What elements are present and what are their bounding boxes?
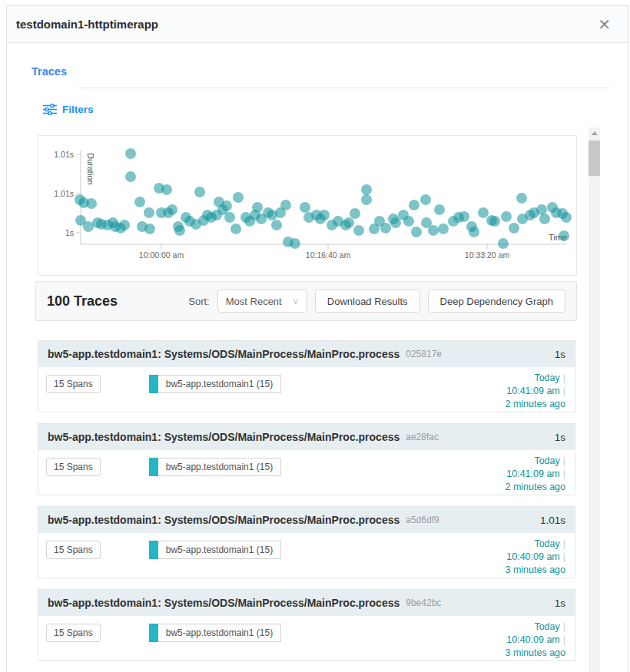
- x-tick: 10:00:00 am: [139, 250, 184, 260]
- scatter-plot[interactable]: 1.01s 1.01s 1s 10:00:00 am 10:16:40 am 1…: [38, 135, 577, 276]
- trace-card[interactable]: bw5-app.testdomain1: Systems/ODS/MainPro…: [38, 423, 575, 495]
- trace-card-body: 15 Spans bw5-app.testdomain1 (15) Today|…: [38, 450, 575, 476]
- trace-duration: 1.01s: [540, 515, 565, 526]
- trace-card-header: bw5-app.testdomain1: Systems/ODS/MainPro…: [38, 590, 575, 616]
- service-color-swatch: [149, 458, 158, 476]
- service-tag-label: bw5-app.testdomain1 (15): [158, 375, 281, 393]
- trace-timestamp: Today| 10:41:09 am| 2 minutes ago: [505, 455, 565, 494]
- y-tick: 1.01s: [54, 150, 74, 159]
- trace-timestamp: Today| 10:40:09 am| 3 minutes ago: [505, 538, 565, 577]
- span-count-badge: 15 Spans: [46, 541, 101, 559]
- trace-card[interactable]: bw5-app.testdomain1: Systems/ODS/MainPro…: [38, 506, 575, 578]
- trace-duration: 1s: [555, 432, 565, 443]
- x-tick: 10:33:20 am: [465, 250, 510, 260]
- page-title: testdomain1-httptimerapp: [16, 18, 158, 31]
- y-axis-label: Duration: [86, 153, 95, 185]
- sort-label: Sort:: [188, 296, 209, 307]
- trace-card-header: bw5-app.testdomain1: Systems/ODS/MainPro…: [38, 507, 575, 533]
- trace-id: a5d6df9: [406, 515, 439, 525]
- tab-bar: Traces: [32, 65, 610, 88]
- trace-result-list: bw5-app.testdomain1: Systems/ODS/MainPro…: [38, 340, 575, 661]
- sort-selected-value: Most Recent: [226, 296, 282, 307]
- filter-sliders-icon: [43, 104, 57, 115]
- service-tag: bw5-app.testdomain1 (15): [149, 375, 281, 393]
- trace-timestamp: Today| 10:40:09 am| 3 minutes ago: [505, 621, 565, 660]
- service-color-swatch: [149, 541, 158, 559]
- download-results-button[interactable]: Download Results: [315, 290, 420, 313]
- service-tag-label: bw5-app.testdomain1 (15): [158, 541, 281, 559]
- trace-card-body: 15 Spans bw5-app.testdomain1 (15) Today|…: [38, 616, 575, 642]
- results-header-bar: 100 Traces Sort: Most Recent ∨ Download …: [35, 281, 577, 321]
- trace-duration: 1s: [555, 598, 565, 609]
- y-tick: 1.01s: [54, 189, 74, 198]
- scatter-points[interactable]: [75, 148, 572, 249]
- close-icon[interactable]: ✕: [593, 15, 615, 34]
- scrollbar-track[interactable]: [589, 127, 600, 672]
- modal-header: testdomain1-httptimerapp ✕: [7, 6, 628, 43]
- trace-search-modal: testdomain1-httptimerapp ✕ Traces Filter…: [6, 5, 628, 672]
- trace-card-header: bw5-app.testdomain1: Systems/ODS/MainPro…: [38, 424, 575, 450]
- trace-title: bw5-app.testdomain1: Systems/ODS/MainPro…: [48, 431, 400, 443]
- scrollbar-thumb[interactable]: [589, 141, 600, 176]
- service-tag: bw5-app.testdomain1 (15): [149, 541, 281, 559]
- trace-title: bw5-app.testdomain1: Systems/ODS/MainPro…: [48, 514, 400, 526]
- trace-title: bw5-app.testdomain1: Systems/ODS/MainPro…: [48, 348, 400, 360]
- sort-select[interactable]: Most Recent ∨: [217, 290, 307, 313]
- arrow-up-icon: [592, 131, 598, 135]
- trace-card[interactable]: bw5-app.testdomain1: Systems/ODS/MainPro…: [38, 340, 575, 412]
- trace-duration: 1s: [555, 349, 565, 360]
- trace-card-body: 15 Spans bw5-app.testdomain1 (15) Today|…: [38, 367, 575, 393]
- span-count-badge: 15 Spans: [46, 624, 101, 642]
- service-tag-label: bw5-app.testdomain1 (15): [158, 624, 281, 642]
- service-color-swatch: [149, 624, 158, 642]
- trace-id: 9be42bc: [406, 598, 441, 608]
- x-tick: 10:16:40 am: [306, 250, 351, 260]
- trace-id: ae28fac: [406, 432, 439, 442]
- trace-id: 025817e: [406, 349, 442, 359]
- filters-label: Filters: [62, 104, 94, 115]
- service-tag: bw5-app.testdomain1 (15): [149, 458, 281, 476]
- trace-card[interactable]: bw5-app.testdomain1: Systems/ODS/MainPro…: [38, 589, 575, 661]
- service-color-swatch: [149, 375, 158, 393]
- trace-card-body: 15 Spans bw5-app.testdomain1 (15) Today|…: [38, 533, 575, 559]
- chevron-down-icon: ∨: [293, 296, 299, 306]
- filters-button[interactable]: Filters: [43, 104, 128, 115]
- trace-timestamp: Today| 10:41:09 am| 2 minutes ago: [505, 372, 565, 411]
- deep-dependency-graph-button[interactable]: Deep Dependency Graph: [428, 290, 565, 313]
- tab-traces[interactable]: Traces: [32, 65, 78, 88]
- y-tick: 1s: [65, 228, 74, 237]
- scrollbar-up-button[interactable]: [589, 127, 600, 139]
- trace-title: bw5-app.testdomain1: Systems/ODS/MainPro…: [48, 597, 400, 609]
- service-tag: bw5-app.testdomain1 (15): [149, 624, 281, 642]
- service-tag-label: bw5-app.testdomain1 (15): [158, 458, 281, 476]
- span-count-badge: 15 Spans: [46, 458, 101, 476]
- trace-card-header: bw5-app.testdomain1: Systems/ODS/MainPro…: [38, 341, 575, 367]
- results-count: 100 Traces: [47, 293, 118, 310]
- span-count-badge: 15 Spans: [46, 375, 101, 393]
